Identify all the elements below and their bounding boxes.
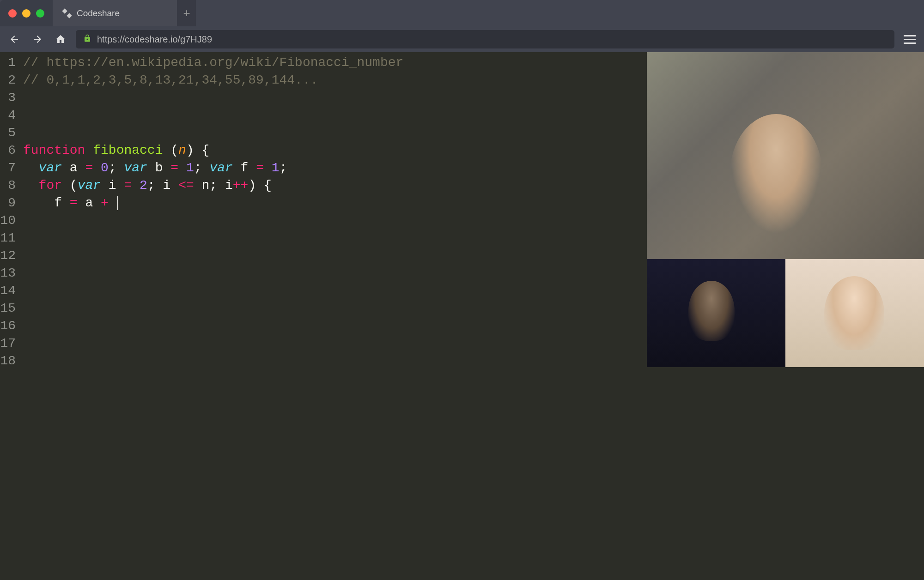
video-call-panel [647, 52, 924, 367]
nav-forward-button[interactable] [30, 31, 45, 47]
line-number: 2 [0, 72, 19, 89]
nav-back-button[interactable] [6, 31, 22, 47]
video-participant-main[interactable] [647, 52, 924, 259]
line-number: 8 [0, 177, 19, 194]
line-number: 13 [0, 265, 19, 282]
line-number: 14 [0, 282, 19, 300]
hamburger-menu-button[interactable] [902, 35, 918, 44]
line-number: 6 [0, 142, 19, 159]
line-number: 9 [0, 194, 19, 212]
line-number: 16 [0, 317, 19, 335]
browser-toolbar: https://codeshare.io/g7HJ89 [0, 26, 924, 52]
browser-tab-bar: Codeshare + [0, 0, 924, 26]
line-number: 15 [0, 300, 19, 317]
browser-tab-active[interactable]: Codeshare [53, 0, 177, 26]
video-participant-3[interactable] [785, 259, 924, 367]
line-number: 10 [0, 212, 19, 230]
window-minimize-button[interactable] [22, 9, 30, 18]
line-number: 4 [0, 107, 19, 124]
video-participant-2[interactable] [647, 259, 785, 367]
line-number: 12 [0, 247, 19, 265]
line-number: 18 [0, 352, 19, 370]
line-number: 17 [0, 335, 19, 352]
line-number: 3 [0, 89, 19, 107]
address-bar[interactable]: https://codeshare.io/g7HJ89 [76, 30, 894, 48]
nav-home-button[interactable] [53, 31, 68, 47]
hamburger-icon [904, 35, 916, 36]
home-icon [55, 34, 66, 45]
line-number: 5 [0, 124, 19, 142]
lock-icon [83, 34, 91, 45]
line-number: 1 [0, 54, 19, 72]
line-number: 7 [0, 159, 19, 177]
window-maximize-button[interactable] [36, 9, 44, 18]
codeshare-favicon [63, 9, 71, 18]
url-text: https://codeshare.io/g7HJ89 [97, 34, 212, 45]
line-number: 11 [0, 230, 19, 247]
arrow-right-icon [32, 34, 43, 45]
text-cursor [117, 196, 118, 210]
tab-title: Codeshare [77, 8, 120, 18]
window-controls [0, 0, 53, 26]
new-tab-button[interactable]: + [177, 0, 196, 26]
window-close-button[interactable] [8, 9, 17, 18]
line-number-gutter: 123456789101112131415161718 [0, 52, 19, 580]
arrow-left-icon [9, 34, 20, 45]
